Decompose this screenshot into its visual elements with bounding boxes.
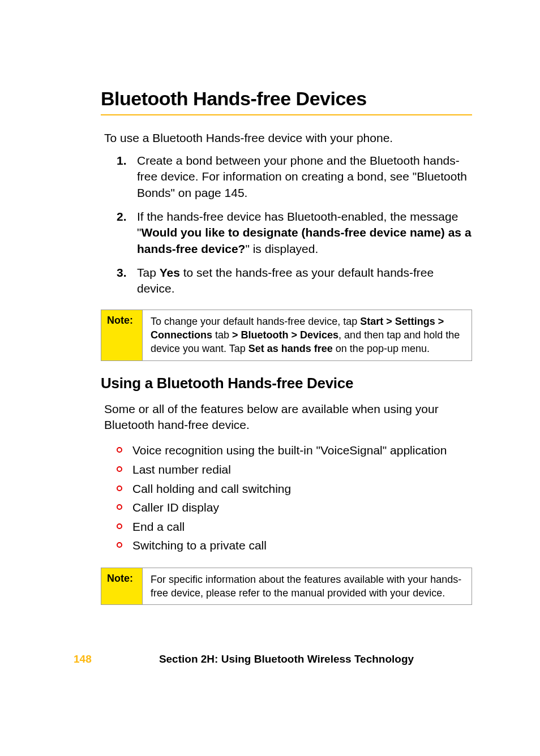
note-box-1: Note: To change your default hands-free … [101,310,472,361]
bullet-icon [117,498,132,510]
bold-text: > Bluetooth > Devices [232,329,338,341]
step-item: 3.Tap Yes to set the hands-free as your … [117,265,472,297]
list-item: Caller ID display [117,498,472,517]
text-run: to set the hands-free as your default ha… [137,266,434,295]
page-number: 148 [0,653,101,665]
text-run: tab [212,329,232,341]
step-item: 1.Create a bond between your phone and t… [117,153,472,201]
note-body: To change your default hands-free device… [143,310,472,360]
svg-point-0 [117,448,122,452]
svg-point-5 [117,543,122,547]
page-title: Bluetooth Hands-free Devices [101,88,472,110]
bullet-icon [117,536,132,548]
bold-text: Yes [160,266,180,279]
bullet-icon [117,479,132,491]
text-run: on the pop-up menu. [333,343,430,354]
bullet-icon [117,441,132,453]
step-number: 1. [117,153,137,201]
page-content: Bluetooth Hands-free Devices To use a Bl… [0,0,540,605]
title-rule [101,114,472,115]
bullet-icon [117,517,132,529]
list-item-text: End a call [132,517,472,536]
steps-list: 1.Create a bond between your phone and t… [117,153,472,297]
note-box-2: Note: For specific information about the… [101,568,472,605]
step-number: 2. [117,209,137,257]
note-label: Note: [101,310,143,360]
svg-point-3 [117,505,122,509]
list-item: Last number redial [117,460,472,479]
step-item: 2.If the hands-free device has Bluetooth… [117,209,472,257]
bold-text: Set as hands free [248,343,333,354]
text-run: Create a bond between your phone and the… [137,154,467,199]
svg-point-2 [117,486,122,491]
list-item: End a call [117,517,472,536]
text-run: Tap [137,266,160,279]
section-intro: Some or all of the features below are av… [104,401,472,433]
list-item-text: Last number redial [132,460,472,479]
text-run: " is displayed. [245,242,318,255]
svg-point-4 [117,524,122,529]
step-number: 3. [117,265,137,297]
list-item-text: Switching to a private call [132,536,472,555]
list-item: Voice recognition using the built-in "Vo… [117,441,472,460]
svg-point-1 [117,467,122,471]
section-heading: Using a Bluetooth Hands-free Device [101,375,472,392]
step-text: Create a bond between your phone and the… [137,153,472,201]
step-text: Tap Yes to set the hands-free as your de… [137,265,472,297]
note-label: Note: [101,568,143,605]
text-run: To change your default hands-free device… [151,316,360,327]
list-item-text: Caller ID display [132,498,472,517]
page-footer: 148 Section 2H: Using Bluetooth Wireless… [0,653,540,665]
footer-title: Section 2H: Using Bluetooth Wireless Tec… [101,653,540,665]
feature-list: Voice recognition using the built-in "Vo… [117,441,472,555]
list-item: Call holding and call switching [117,479,472,499]
list-item-text: Call holding and call switching [132,479,472,499]
list-item-text: Voice recognition using the built-in "Vo… [132,441,472,460]
intro-text: To use a Bluetooth Hands-free device wit… [104,131,472,145]
text-run: For specific information about the featu… [151,574,461,599]
bullet-icon [117,460,132,472]
note-body: For specific information about the featu… [143,568,472,605]
list-item: Switching to a private call [117,536,472,555]
step-text: If the hands-free device has Bluetooth-e… [137,209,472,257]
